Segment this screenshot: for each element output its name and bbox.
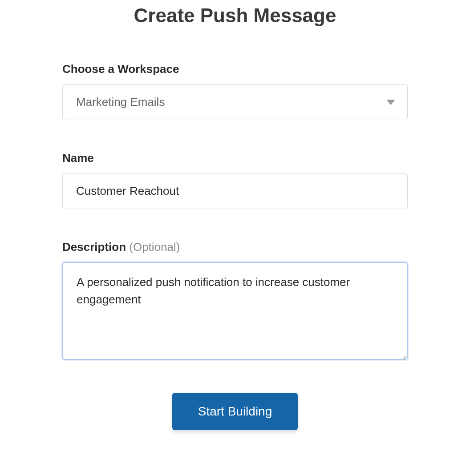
name-label: Name — [62, 151, 408, 165]
description-label-text: Description — [62, 240, 129, 254]
workspace-field-group: Choose a Workspace Marketing Emails — [62, 62, 408, 120]
description-field-group: Description (Optional) — [62, 240, 408, 362]
workspace-label: Choose a Workspace — [62, 62, 408, 76]
start-building-button[interactable]: Start Building — [172, 393, 298, 430]
page-title: Create Push Message — [62, 4, 408, 27]
description-label: Description (Optional) — [62, 240, 408, 254]
description-optional-text: (Optional) — [129, 240, 180, 254]
name-field-group: Name — [62, 151, 408, 209]
workspace-select[interactable]: Marketing Emails — [62, 84, 408, 120]
name-input[interactable] — [62, 173, 408, 209]
workspace-select-wrapper: Marketing Emails — [62, 84, 408, 120]
description-textarea[interactable] — [62, 262, 408, 360]
button-row: Start Building — [62, 393, 408, 430]
